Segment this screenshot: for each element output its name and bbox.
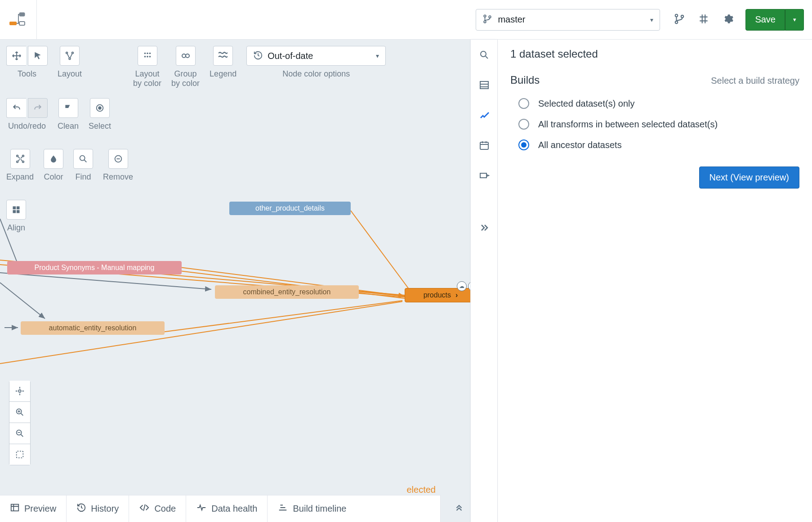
align-button[interactable] xyxy=(6,200,26,220)
tools-label: Tools xyxy=(18,69,36,79)
svg-rect-30 xyxy=(13,210,16,213)
tab-code[interactable]: Code xyxy=(129,495,186,522)
tab-history[interactable]: History xyxy=(67,495,129,522)
zoom-in-button[interactable] xyxy=(9,401,31,423)
node-products-selected[interactable]: products › ☁ 🌐 xyxy=(405,288,470,302)
rail-list-button[interactable] xyxy=(479,80,490,92)
svg-point-8 xyxy=(681,15,683,18)
settings-button[interactable] xyxy=(722,13,734,26)
build-strategy-hint: Select a build strategy xyxy=(711,76,799,86)
svg-point-23 xyxy=(22,155,24,157)
svg-rect-29 xyxy=(17,207,20,210)
svg-line-39 xyxy=(162,301,402,332)
tab-label: History xyxy=(91,504,119,514)
node-color-value: Out-of-date xyxy=(268,51,376,61)
svg-rect-49 xyxy=(11,504,19,511)
node-combined-entity-resolution[interactable]: combined_entity_resolution xyxy=(215,285,359,299)
rail-build-button[interactable] xyxy=(479,110,490,122)
svg-point-9 xyxy=(66,52,68,54)
tab-label: Preview xyxy=(24,504,56,514)
tab-data-health[interactable]: Data health xyxy=(186,495,268,522)
zoom-fit-button[interactable] xyxy=(9,444,31,465)
rail-collapse-button[interactable] xyxy=(479,222,490,234)
code-icon xyxy=(139,503,150,515)
svg-rect-31 xyxy=(17,210,20,213)
move-tool[interactable] xyxy=(6,46,26,66)
selection-hint-clipped: elected xyxy=(407,485,436,495)
history-icon xyxy=(76,503,86,515)
table-icon xyxy=(10,503,20,515)
svg-point-5 xyxy=(489,16,491,18)
svg-line-32 xyxy=(351,211,409,289)
rail-schedule-button[interactable] xyxy=(479,140,490,152)
svg-rect-0 xyxy=(9,22,17,25)
panel-title: 1 dataset selected xyxy=(510,48,799,60)
svg-rect-28 xyxy=(13,207,16,210)
svg-point-13 xyxy=(147,53,148,54)
layout-by-color-button[interactable] xyxy=(138,46,157,66)
svg-point-21 xyxy=(98,107,101,109)
radio-all-ancestors[interactable]: All ancestor datasets xyxy=(518,140,799,150)
svg-rect-1 xyxy=(19,13,25,16)
svg-point-16 xyxy=(147,56,148,58)
globe-badge-icon: 🌐 xyxy=(468,281,470,291)
pulse-icon xyxy=(196,503,207,515)
svg-point-26 xyxy=(80,156,85,161)
svg-point-7 xyxy=(675,21,678,23)
group-by-color-button[interactable] xyxy=(176,46,196,66)
color-label: Color xyxy=(44,172,63,182)
history-icon xyxy=(253,50,263,62)
compare-branches-button[interactable] xyxy=(674,13,685,26)
keyboard-shortcuts-button[interactable] xyxy=(698,13,709,26)
svg-rect-48 xyxy=(17,451,23,458)
zoom-out-button[interactable] xyxy=(9,423,31,444)
svg-point-17 xyxy=(149,56,151,58)
svg-point-3 xyxy=(484,15,486,17)
layout-label: Layout xyxy=(58,69,82,79)
app-logo[interactable] xyxy=(0,0,37,40)
redo-button[interactable] xyxy=(28,98,48,118)
node-other-product-details[interactable]: other_product_details xyxy=(229,202,351,215)
zoom-center-button[interactable] xyxy=(9,381,31,402)
select-label: Select xyxy=(89,122,111,131)
rail-output-button[interactable] xyxy=(479,170,490,182)
save-dropdown-button[interactable]: ▾ xyxy=(785,9,804,31)
undo-button[interactable] xyxy=(6,98,26,118)
svg-point-45 xyxy=(18,390,21,392)
align-label: Align xyxy=(7,223,25,233)
node-label: combined_entity_resolution xyxy=(243,288,331,296)
branch-name: master xyxy=(498,14,650,25)
svg-rect-53 xyxy=(480,173,486,178)
rail-search-button[interactable] xyxy=(479,50,490,62)
tab-build-timeline[interactable]: Build timeline xyxy=(268,495,356,522)
node-automatic-entity-resolution[interactable]: automatic_entity_resolution xyxy=(21,321,165,335)
radio-selected-only[interactable]: Selected dataset(s) only xyxy=(518,98,799,109)
node-color-options-label: Node color options xyxy=(282,69,350,79)
expand-button[interactable] xyxy=(10,149,30,169)
tab-preview[interactable]: Preview xyxy=(0,495,67,522)
clean-button[interactable] xyxy=(58,98,78,118)
auto-layout-button[interactable] xyxy=(60,46,80,66)
svg-rect-52 xyxy=(480,142,488,149)
next-button[interactable]: Next (View preview) xyxy=(699,166,799,189)
svg-rect-2 xyxy=(19,22,25,25)
pointer-tool[interactable] xyxy=(28,46,48,66)
branch-selector[interactable]: master ▾ xyxy=(476,9,660,31)
node-color-select[interactable]: Out-of-date ▾ xyxy=(246,46,386,66)
tab-label: Code xyxy=(154,504,176,514)
svg-point-24 xyxy=(16,161,18,163)
radio-all-transforms[interactable]: All transforms in between selected datas… xyxy=(518,119,799,130)
save-button[interactable]: Save xyxy=(745,9,785,31)
color-button[interactable] xyxy=(44,149,63,169)
next-button-label: Next (View preview) xyxy=(709,172,789,182)
svg-point-22 xyxy=(16,155,18,157)
node-label: automatic_entity_resolution xyxy=(49,324,137,332)
chevron-right-icon: › xyxy=(455,291,458,299)
select-button[interactable] xyxy=(90,98,110,118)
expand-tabs-button[interactable] xyxy=(454,502,466,513)
graph-canvas[interactable]: Tools Layout Layout by color Group by co… xyxy=(0,40,470,522)
find-button[interactable] xyxy=(73,149,93,169)
remove-button[interactable] xyxy=(108,149,128,169)
node-product-synonyms[interactable]: Product Synonyms - Manual mapping xyxy=(7,261,182,274)
legend-button[interactable] xyxy=(213,46,233,66)
